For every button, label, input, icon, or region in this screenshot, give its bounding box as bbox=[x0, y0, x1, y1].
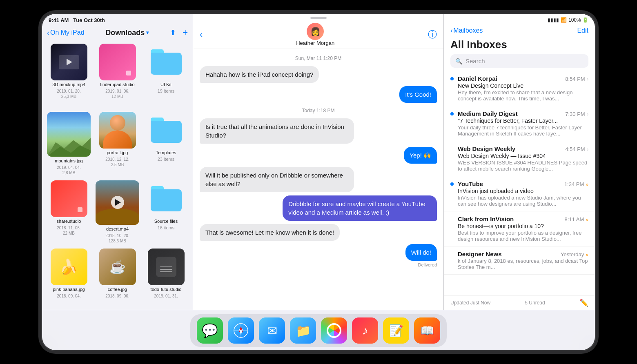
file-name: pink-banana.jpg bbox=[53, 287, 85, 292]
mail-content: Web Design Weekly 4:54 PM › Web Design W… bbox=[458, 145, 588, 172]
file-item[interactable]: desert.mp4 2018. 10. 20.128,6 MB bbox=[96, 180, 139, 244]
file-item[interactable]: portrait.jpg 2018. 12. 12.2.5 MB bbox=[96, 112, 139, 175]
file-meta: 2018. 09. 04. bbox=[57, 293, 80, 299]
mail-subject: Web Design Weekly — Issue #304 bbox=[458, 153, 588, 159]
mail-list: Daniel Korpai 8:54 PM › New Design Conce… bbox=[444, 71, 595, 295]
file-thumbnail bbox=[51, 180, 87, 217]
mail-app-icon: ✉ bbox=[267, 324, 277, 338]
double-chevron-icon: » bbox=[586, 182, 588, 187]
mail-item[interactable]: YouTube 1:34 PM » InVision just uploaded… bbox=[444, 176, 595, 211]
file-thumbnail bbox=[148, 112, 185, 149]
file-item[interactable]: UI Kit 19 items bbox=[144, 44, 188, 107]
share-icon[interactable]: ⬆ bbox=[170, 28, 176, 37]
mail-sender: Clark from InVision bbox=[458, 215, 514, 222]
mail-time: 8:11 AM » bbox=[565, 216, 588, 222]
mail-item[interactable]: Daniel Korpai 8:54 PM › New Design Conce… bbox=[444, 71, 595, 106]
message-row: Dribbble for sure and maybe will create … bbox=[200, 195, 437, 221]
dock-item-music[interactable]: ♪ bbox=[352, 317, 378, 344]
dock-item-books[interactable]: 📖 bbox=[414, 317, 440, 344]
dock-item-mail[interactable]: ✉ bbox=[259, 317, 285, 344]
file-count: 23 items bbox=[158, 157, 175, 162]
mail-back-button[interactable]: ‹ Mailboxes bbox=[450, 27, 483, 34]
message-bubble: Dribbble for sure and maybe will create … bbox=[283, 195, 437, 221]
mail-search-bar[interactable]: 🔍 Search bbox=[450, 54, 588, 68]
dock: 💬 ✉ 📁 bbox=[42, 310, 595, 350]
mail-title: All Inboxes bbox=[444, 37, 595, 54]
mail-item[interactable]: Medium Daily Digest 7:30 PM › "7 Techniq… bbox=[444, 106, 595, 141]
mail-time: 4:54 PM › bbox=[565, 146, 588, 152]
compose-icon[interactable]: ✏️ bbox=[579, 298, 588, 307]
mail-item[interactable]: Designer News Yesterday » k of January 8… bbox=[444, 246, 595, 275]
dock-item-files[interactable]: 📁 bbox=[290, 317, 316, 344]
double-chevron-icon: » bbox=[586, 252, 588, 257]
books-app-icon: 📖 bbox=[420, 324, 434, 337]
message-row: That is awesome! Let me know when it is … bbox=[200, 224, 437, 241]
mail-sender: Web Design Weekly bbox=[458, 145, 515, 152]
dock-item-notes[interactable]: 📝 bbox=[383, 317, 409, 344]
mail-item[interactable]: Clark from InVision 8:11 AM » Be honest—… bbox=[444, 211, 595, 246]
contact-name: Heather Morgan bbox=[296, 40, 334, 46]
panel-messages: ‹ 👩 Heather Morgan ⓘ Sun, Mar 11 1:20 PM… bbox=[193, 14, 444, 310]
message-timestamp: Today 1:18 PM bbox=[200, 108, 437, 113]
battery-indicator: 100% 🔋 bbox=[568, 17, 588, 23]
file-item[interactable]: mountains.jpg 2019. 04. 04.2,8 MB bbox=[47, 112, 91, 175]
file-item[interactable]: 3D-mockup.mp4 2019. 01. 20.25,3 MB bbox=[47, 44, 91, 107]
search-input[interactable]: Search bbox=[466, 58, 584, 64]
file-item[interactable]: Source files 16 items bbox=[144, 180, 188, 244]
dock-item-messages[interactable]: 💬 bbox=[197, 317, 223, 344]
file-item[interactable]: 🍌 pink-banana.jpg 2018. 09. 04. bbox=[47, 249, 91, 306]
mail-subject: New Design Concept Live bbox=[458, 82, 588, 89]
mail-sender: Medium Daily Digest bbox=[458, 110, 518, 117]
message-row: Will do! bbox=[200, 244, 437, 261]
file-meta: 2018. 09. 06. bbox=[105, 293, 129, 299]
photos-app-icon bbox=[327, 323, 341, 338]
messages-info-button[interactable]: ⓘ bbox=[428, 29, 437, 41]
safari-icon bbox=[233, 323, 249, 338]
file-name: 3D-mockup.mp4 bbox=[52, 82, 85, 87]
file-item[interactable]: ☕ coffee.jpg 2018. 09. 06. bbox=[96, 249, 139, 306]
file-name: coffee.jpg bbox=[108, 287, 127, 292]
mail-preview: Best tips to improve your portfolio as a… bbox=[458, 230, 588, 242]
dock-item-photos[interactable] bbox=[321, 317, 347, 344]
mail-footer: Updated Just Now 5 Unread ✏️ bbox=[444, 295, 595, 310]
files-grid: 3D-mockup.mp4 2019. 01. 20.25,3 MB finde… bbox=[42, 40, 193, 310]
message-bubble: Yep! 🙌 bbox=[404, 147, 437, 164]
message-bubble: Hahaha how is the iPad concept doing? bbox=[200, 66, 319, 83]
add-icon[interactable]: + bbox=[183, 27, 188, 38]
read-dot bbox=[450, 218, 454, 221]
files-app-icon: 📁 bbox=[296, 324, 311, 338]
messages-app-icon: 💬 bbox=[202, 323, 218, 338]
message-row: Is it true that all the animations are d… bbox=[200, 118, 437, 144]
messages-back-button[interactable]: ‹ bbox=[200, 29, 203, 40]
panel-files: 9:41 AM Tue Oct 30th ‹ On My iPad Downlo… bbox=[42, 14, 193, 310]
mail-subject: "7 Techniques for Better, Faster Layer..… bbox=[458, 118, 588, 124]
panels: 9:41 AM Tue Oct 30th ‹ On My iPad Downlo… bbox=[42, 14, 595, 310]
files-back-button[interactable]: ‹ On My iPad bbox=[47, 29, 85, 37]
chevron-right-icon: › bbox=[587, 146, 588, 152]
file-count: 19 items bbox=[158, 89, 175, 93]
message-bubble: Will do! bbox=[405, 244, 437, 261]
file-item[interactable]: share.studio 2018. 11. 06.22 MB bbox=[47, 180, 91, 244]
file-item[interactable]: finder-ipad.studio 2019. 01. 06.12 MB bbox=[96, 44, 139, 107]
mail-content: YouTube 1:34 PM » InVision just uploaded… bbox=[458, 180, 588, 207]
file-thumbnail: ☕ bbox=[99, 249, 136, 285]
file-meta: 2019. 01. 31. bbox=[154, 293, 178, 299]
file-thumbnail bbox=[148, 249, 185, 285]
mail-item[interactable]: Web Design Weekly 4:54 PM › Web Design W… bbox=[444, 141, 595, 176]
mail-footer-text: Updated Just Now bbox=[450, 300, 490, 306]
file-thumbnail bbox=[99, 112, 136, 149]
messages-contact[interactable]: 👩 Heather Morgan bbox=[203, 23, 428, 46]
file-name: UI Kit bbox=[160, 82, 172, 87]
file-item[interactable]: todo-futu.studio 2019. 01. 31. bbox=[144, 249, 188, 306]
file-thumbnail: 🍌 bbox=[51, 249, 87, 285]
mail-header-row: Web Design Weekly 4:54 PM › bbox=[458, 145, 588, 152]
files-nav-title: Downloads ▾ bbox=[85, 29, 170, 37]
mail-edit-button[interactable]: Edit bbox=[577, 27, 588, 34]
dock-item-safari[interactable] bbox=[228, 317, 254, 344]
file-item[interactable]: Templates 23 items bbox=[144, 112, 188, 175]
file-name: todo-futu.studio bbox=[151, 287, 182, 292]
file-thumbnail bbox=[51, 44, 87, 80]
file-thumbnail bbox=[47, 112, 91, 156]
chevron-left-icon: ‹ bbox=[47, 29, 49, 37]
file-meta: 2018. 11. 06.22 MB bbox=[57, 225, 80, 236]
